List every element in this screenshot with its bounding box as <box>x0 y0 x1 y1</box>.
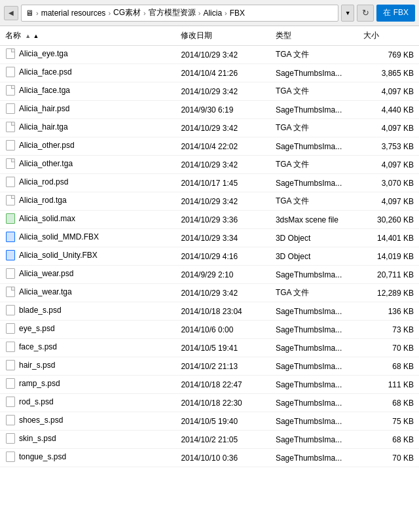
file-type-icon <box>5 268 16 279</box>
file-type-icon <box>5 287 16 297</box>
file-icon-wrapper: skin_s.psd <box>5 433 56 444</box>
file-date-cell: 2014/10/29 4:16 <box>175 247 270 266</box>
file-type-icon <box>5 433 16 444</box>
breadcrumb-sep-2: › <box>143 9 146 17</box>
column-header-type[interactable]: 类型 <box>270 26 358 46</box>
file-type-cell: SageThumbsIma... <box>270 266 358 284</box>
breadcrumb-material[interactable]: material resources <box>41 9 106 18</box>
back-button[interactable]: ◀ <box>4 6 18 20</box>
file-type-cell: TGA 文件 <box>270 82 358 101</box>
breadcrumb-cg[interactable]: CG素材 <box>113 7 141 18</box>
file-type-cell: SageThumbsIma... <box>270 357 358 376</box>
table-row[interactable]: Alicia_eye.tga 2014/10/29 3:42 TGA 文件 76… <box>0 46 419 64</box>
file-date-cell: 2014/9/29 2:10 <box>175 266 270 284</box>
search-button[interactable]: 在 FBX <box>376 5 415 22</box>
file-date-cell: 2014/10/18 22:47 <box>175 376 270 394</box>
file-name-label: tongue_s.psd <box>19 452 66 461</box>
sort-arrow-name: ▲ <box>25 33 31 39</box>
table-row[interactable]: Alicia_rod.psd 2014/10/17 1:45 SageThumb… <box>0 174 419 192</box>
file-icon-wrapper: Alicia_face.tga <box>5 85 70 96</box>
column-header-size[interactable]: 大小 <box>358 26 419 46</box>
file-name-cell: Alicia_other.tga <box>0 156 175 174</box>
file-date-cell: 2014/10/29 3:42 <box>175 192 270 211</box>
breadcrumb-alicia[interactable]: Alicia <box>203 9 222 18</box>
table-row[interactable]: eye_s.psd 2014/10/6 0:00 SageThumbsIma..… <box>0 321 419 339</box>
file-type-cell: SageThumbsIma... <box>270 101 358 119</box>
table-row[interactable]: skin_s.psd 2014/10/2 21:05 SageThumbsIma… <box>0 431 419 449</box>
file-type-icon <box>5 48 16 59</box>
table-row[interactable]: ramp_s.psd 2014/10/18 22:47 SageThumbsIm… <box>0 376 419 394</box>
file-size-cell: 4,097 KB <box>358 119 419 137</box>
file-name-label: skin_s.psd <box>19 434 56 443</box>
file-icon-wrapper: Alicia_solid.max <box>5 213 75 224</box>
file-name-cell: Alicia_eye.tga <box>0 46 175 64</box>
column-header-date[interactable]: 修改日期 <box>175 26 270 46</box>
table-row[interactable]: tongue_s.psd 2014/10/10 0:36 SageThumbsI… <box>0 449 419 467</box>
file-date-cell: 2014/10/6 0:00 <box>175 321 270 339</box>
file-icon-wrapper: Alicia_other.tga <box>5 158 73 169</box>
table-row[interactable]: Alicia_wear.psd 2014/9/29 2:10 SageThumb… <box>0 266 419 284</box>
table-row[interactable]: Alicia_solid_MMD.FBX 2014/10/29 3:34 3D … <box>0 229 419 247</box>
file-size-cell: 75 KB <box>358 412 419 431</box>
file-type-cell: SageThumbsIma... <box>270 449 358 467</box>
table-row[interactable]: Alicia_face.psd 2014/10/4 21:26 SageThum… <box>0 64 419 82</box>
file-name-cell: hair_s.psd <box>0 357 175 376</box>
file-type-cell: SageThumbsIma... <box>270 137 358 156</box>
file-type-cell: SageThumbsIma... <box>270 321 358 339</box>
file-date-cell: 2014/10/4 22:02 <box>175 137 270 156</box>
file-table: 名称 ▲ 修改日期 类型 大小 Alicia_eye.tga <box>0 26 419 467</box>
table-row[interactable]: Alicia_solid.max 2014/10/29 3:36 3dsMax … <box>0 211 419 229</box>
table-row[interactable]: Alicia_rod.tga 2014/10/29 3:42 TGA 文件 4,… <box>0 192 419 211</box>
file-type-icon <box>5 323 16 334</box>
breadcrumb-home-icon[interactable]: 🖥 <box>26 9 33 18</box>
table-row[interactable]: rod_s.psd 2014/10/18 22:30 SageThumbsIma… <box>0 394 419 412</box>
file-icon-wrapper: Alicia_wear.psd <box>5 268 73 279</box>
file-name-label: ramp_s.psd <box>19 379 60 388</box>
file-icon-wrapper: Alicia_rod.psd <box>5 177 68 187</box>
table-header: 名称 ▲ 修改日期 类型 大小 <box>0 26 419 46</box>
file-date-cell: 2014/10/29 3:42 <box>175 119 270 137</box>
file-name-label: Alicia_eye.tga <box>19 49 68 58</box>
file-size-cell: 111 KB <box>358 376 419 394</box>
table-row[interactable]: Alicia_other.psd 2014/10/4 22:02 SageThu… <box>0 137 419 156</box>
file-type-icon <box>5 342 16 352</box>
table-row[interactable]: Alicia_solid_Unity.FBX 2014/10/29 4:16 3… <box>0 247 419 266</box>
column-header-name[interactable]: 名称 ▲ <box>0 26 175 46</box>
file-type-cell: TGA 文件 <box>270 284 358 302</box>
file-size-cell: 4,097 KB <box>358 156 419 174</box>
file-type-icon <box>5 305 16 315</box>
table-row[interactable]: shoes_s.psd 2014/10/5 19:40 SageThumbsIm… <box>0 412 419 431</box>
file-icon-wrapper: Alicia_solid_Unity.FBX <box>5 250 98 260</box>
refresh-button[interactable]: ↻ <box>357 5 374 22</box>
table-row[interactable]: face_s.psd 2014/10/5 19:41 SageThumbsIma… <box>0 339 419 357</box>
breadcrumb-model[interactable]: 官方模型资源 <box>149 7 196 18</box>
breadcrumb-dropdown-button[interactable]: ▼ <box>341 5 354 22</box>
file-date-cell: 2014/10/29 3:42 <box>175 156 270 174</box>
file-size-cell: 68 KB <box>358 357 419 376</box>
file-name-label: face_s.psd <box>19 342 57 351</box>
table-row[interactable]: Alicia_hair.tga 2014/10/29 3:42 TGA 文件 4… <box>0 119 419 137</box>
table-row[interactable]: hair_s.psd 2014/10/2 21:13 SageThumbsIma… <box>0 357 419 376</box>
file-type-icon <box>5 85 16 96</box>
table-row[interactable]: Alicia_wear.tga 2014/10/29 3:42 TGA 文件 1… <box>0 284 419 302</box>
breadcrumb-fbx[interactable]: FBX <box>230 9 245 18</box>
file-icon-wrapper: Alicia_hair.tga <box>5 122 68 132</box>
file-icon-wrapper: ramp_s.psd <box>5 378 60 389</box>
file-name-cell: Alicia_solid_Unity.FBX <box>0 247 175 266</box>
file-name-label: Alicia_wear.psd <box>19 269 73 278</box>
table-row[interactable]: Alicia_face.tga 2014/10/29 3:42 TGA 文件 4… <box>0 82 419 101</box>
file-date-cell: 2014/10/18 23:04 <box>175 302 270 321</box>
file-name-label: Alicia_wear.tga <box>19 287 72 296</box>
file-type-icon <box>5 232 16 242</box>
file-name-label: rod_s.psd <box>19 397 54 406</box>
breadcrumb-sep-4: › <box>225 9 227 17</box>
table-row[interactable]: Alicia_hair.psd 2014/9/30 6:19 SageThumb… <box>0 101 419 119</box>
file-type-icon <box>5 140 16 151</box>
file-icon-wrapper: Alicia_face.psd <box>5 67 72 77</box>
file-icon-wrapper: face_s.psd <box>5 342 57 352</box>
table-row[interactable]: Alicia_other.tga 2014/10/29 3:42 TGA 文件 … <box>0 156 419 174</box>
file-type-icon <box>5 213 16 224</box>
table-row[interactable]: blade_s.psd 2014/10/18 23:04 SageThumbsI… <box>0 302 419 321</box>
file-name-cell: skin_s.psd <box>0 431 175 449</box>
breadcrumb-area[interactable]: 🖥 › material resources › CG素材 › 官方模型资源 ›… <box>21 5 338 22</box>
